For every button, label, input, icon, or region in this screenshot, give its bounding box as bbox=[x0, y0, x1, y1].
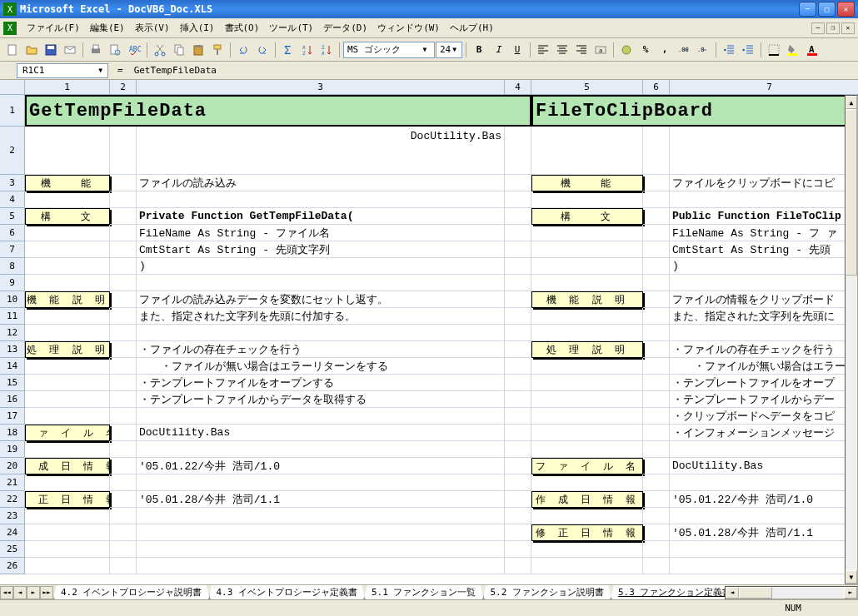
column-header[interactable]: 4 bbox=[505, 80, 531, 95]
cell[interactable]: '05.01.22/今井 浩司/1.0 bbox=[137, 458, 505, 474]
cell[interactable] bbox=[643, 225, 670, 241]
cell[interactable] bbox=[643, 408, 670, 425]
cell[interactable]: CmtStart As String - 先頭文字列 bbox=[137, 241, 505, 258]
cell[interactable] bbox=[110, 425, 137, 441]
cell[interactable] bbox=[643, 441, 670, 458]
cell[interactable]: ・テンプレートファイルからデータを取得する bbox=[137, 391, 505, 408]
cell[interactable] bbox=[505, 127, 531, 175]
cell[interactable] bbox=[643, 474, 670, 491]
cell[interactable]: ・ファイルが無い場合はエラー bbox=[670, 358, 858, 375]
cell[interactable] bbox=[110, 558, 137, 574]
row-header[interactable]: 6 bbox=[0, 225, 25, 241]
new-button[interactable] bbox=[3, 41, 22, 59]
cell[interactable] bbox=[110, 127, 137, 175]
cell[interactable] bbox=[110, 341, 137, 358]
cell[interactable] bbox=[531, 258, 643, 275]
cell[interactable] bbox=[505, 225, 531, 241]
cell[interactable] bbox=[531, 275, 643, 291]
scroll-right-button[interactable]: ► bbox=[844, 587, 857, 599]
cell[interactable] bbox=[531, 541, 643, 558]
tab-first-button[interactable]: ◄◄ bbox=[0, 586, 13, 599]
cell[interactable] bbox=[643, 391, 670, 408]
cell[interactable] bbox=[505, 175, 531, 191]
workbook-icon[interactable]: X bbox=[3, 22, 17, 35]
cell[interactable]: ・ファイルが無い場合はエラーリターンをする bbox=[137, 358, 505, 375]
cut-button[interactable] bbox=[151, 41, 169, 59]
cell[interactable] bbox=[670, 275, 858, 291]
cell[interactable] bbox=[643, 491, 670, 508]
cell[interactable] bbox=[25, 275, 110, 291]
align-left-button[interactable] bbox=[534, 41, 552, 59]
cell[interactable] bbox=[137, 325, 505, 341]
cell[interactable] bbox=[643, 308, 670, 325]
cells-container[interactable]: GetTempFileDataFileToClipBoardDocUtility… bbox=[25, 95, 858, 574]
cell[interactable] bbox=[110, 275, 137, 291]
cell[interactable] bbox=[110, 391, 137, 408]
cell[interactable]: ファイルの情報をクリップボード bbox=[670, 291, 858, 308]
cell[interactable] bbox=[137, 474, 505, 491]
cell[interactable] bbox=[643, 291, 670, 308]
cell[interactable] bbox=[505, 308, 531, 325]
cell[interactable] bbox=[505, 524, 531, 541]
row-header[interactable]: 22 bbox=[0, 491, 25, 508]
cell[interactable]: ファイルの読み込み bbox=[137, 175, 505, 191]
increase-decimal-button[interactable]: .00 bbox=[675, 41, 693, 59]
cell[interactable] bbox=[25, 191, 110, 208]
cell[interactable] bbox=[643, 524, 670, 541]
cell[interactable]: フ ァ イ ル 名 bbox=[531, 458, 643, 474]
cell[interactable] bbox=[505, 558, 531, 574]
cell[interactable] bbox=[670, 541, 858, 558]
cell[interactable]: 修 正 日 情 報 bbox=[25, 491, 110, 508]
cell[interactable] bbox=[137, 508, 505, 524]
vertical-scrollbar[interactable]: ▲ ▼ bbox=[845, 95, 858, 584]
cell[interactable] bbox=[643, 191, 670, 208]
cell[interactable] bbox=[137, 191, 505, 208]
cell[interactable]: CmtStart As String - 先頭 bbox=[670, 241, 858, 258]
row-header[interactable]: 14 bbox=[0, 358, 25, 375]
row-header[interactable]: 11 bbox=[0, 308, 25, 325]
maximize-button[interactable]: □ bbox=[818, 2, 836, 17]
scroll-down-button[interactable]: ▼ bbox=[846, 570, 857, 584]
row-header[interactable]: 17 bbox=[0, 408, 25, 425]
cell[interactable] bbox=[110, 408, 137, 425]
name-box[interactable]: R1C1 ▼ bbox=[17, 63, 108, 78]
cell[interactable] bbox=[505, 191, 531, 208]
cell[interactable] bbox=[110, 258, 137, 275]
underline-button[interactable]: U bbox=[508, 41, 526, 59]
cell[interactable] bbox=[531, 391, 643, 408]
cell[interactable] bbox=[670, 441, 858, 458]
cell[interactable]: FileName As String - ファイル名 bbox=[137, 225, 505, 241]
cell[interactable] bbox=[643, 127, 670, 175]
cell[interactable] bbox=[643, 341, 670, 358]
cell[interactable] bbox=[531, 358, 643, 375]
cell[interactable] bbox=[25, 441, 110, 458]
cell[interactable] bbox=[110, 524, 137, 541]
cell[interactable] bbox=[531, 325, 643, 341]
cell[interactable] bbox=[643, 175, 670, 191]
cell[interactable] bbox=[531, 508, 643, 524]
cell[interactable] bbox=[670, 558, 858, 574]
save-button[interactable] bbox=[42, 41, 60, 59]
scroll-thumb[interactable] bbox=[739, 587, 772, 599]
cell[interactable] bbox=[110, 291, 137, 308]
cell[interactable] bbox=[505, 474, 531, 491]
cell[interactable] bbox=[137, 408, 505, 425]
cell[interactable]: 処 理 説 明 bbox=[25, 341, 110, 358]
decrease-indent-button[interactable] bbox=[720, 41, 738, 59]
cell[interactable] bbox=[505, 458, 531, 474]
row-header[interactable]: 24 bbox=[0, 524, 25, 541]
cell[interactable] bbox=[531, 375, 643, 391]
cell[interactable] bbox=[25, 258, 110, 275]
cell[interactable]: ・ファイルの存在チェックを行う bbox=[137, 341, 505, 358]
currency-button[interactable] bbox=[617, 41, 636, 59]
row-header[interactable]: 20 bbox=[0, 458, 25, 474]
cell[interactable] bbox=[531, 308, 643, 325]
cell[interactable]: 構 文 bbox=[25, 208, 110, 225]
cell[interactable]: '05.01.28/今井 浩司/1.1 bbox=[670, 524, 858, 541]
cell[interactable] bbox=[25, 308, 110, 325]
sheet-tab[interactable]: 5.3 ファンクション定義書 bbox=[611, 585, 725, 600]
row-header[interactable]: 12 bbox=[0, 325, 25, 341]
row-header[interactable]: 26 bbox=[0, 558, 25, 574]
menu-edit[interactable]: 編集(E) bbox=[85, 19, 130, 37]
cell[interactable]: 機 能 bbox=[25, 175, 110, 191]
